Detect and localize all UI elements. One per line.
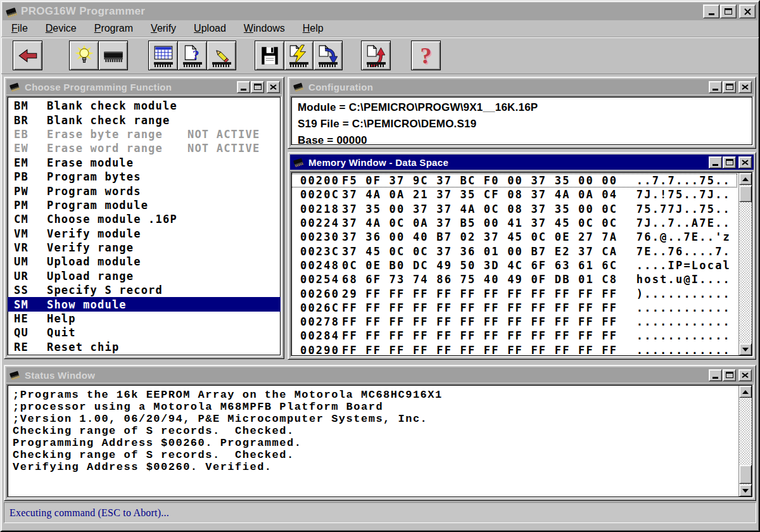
function-list-item[interactable]: BR Blank check range	[8, 113, 281, 127]
memory-row[interactable]: 0026C FF FF FF FF FF FF FF FF FF FF FF F…	[291, 301, 737, 315]
lightbulb-icon	[73, 44, 96, 67]
function-code: PB	[14, 170, 47, 183]
erase-module-button[interactable]	[206, 41, 236, 70]
memory-row[interactable]: 0020C 37 4A 0A 21 37 35 CF 08 37 4A 0A 0…	[291, 187, 737, 201]
menu-item[interactable]: Help	[301, 22, 325, 35]
scroll-up-button[interactable]	[739, 386, 752, 398]
memory-row[interactable]: 00230 37 36 00 40 B7 02 37 45 0C 0E 27 7…	[291, 230, 737, 244]
download-s19-button[interactable]	[313, 41, 343, 70]
maximize-button[interactable]	[723, 81, 736, 93]
maximize-button[interactable]	[723, 369, 736, 381]
show-module-button[interactable]	[148, 41, 178, 70]
function-list: BM Blank check module BR Blank check ran…	[6, 96, 282, 357]
function-code: EB	[14, 128, 47, 141]
status-window-title: Status Window	[25, 370, 95, 381]
menu-item[interactable]: Verify	[149, 22, 177, 35]
function-list-item[interactable]: SS Specify S record	[8, 283, 281, 297]
menu-item[interactable]: Upload	[193, 22, 227, 35]
menu-item[interactable]: Device	[44, 22, 78, 35]
function-list-item[interactable]: UR Upload range	[8, 269, 281, 283]
function-code: SS	[14, 284, 47, 296]
memory-row[interactable]: 0023C 37 45 0C 0C 37 36 01 00 B7 E2 37 C…	[291, 244, 737, 258]
memory-row[interactable]: 00218 37 35 00 37 37 4A 0C 08 37 35 00 0…	[291, 202, 737, 216]
function-label: Verify module	[47, 227, 141, 240]
memory-hex-bytes: F5 0F 37 9C 37 BC F0 00 37 35 00 00	[342, 174, 618, 187]
close-button[interactable]	[738, 81, 752, 93]
memory-window-controls	[709, 156, 752, 168]
function-list-item[interactable]: EM Erase module	[8, 156, 281, 170]
menu-item[interactable]: File	[10, 22, 29, 35]
verify-module-button[interactable]: ?	[177, 41, 207, 70]
maximize-button[interactable]	[723, 156, 736, 168]
function-window-title: Choose Programming Function	[25, 82, 172, 92]
maximize-button[interactable]	[720, 4, 737, 18]
memory-address: 00224	[300, 217, 339, 229]
function-list-item[interactable]: SM Show module	[8, 297, 281, 311]
choose-module-button[interactable]	[98, 41, 128, 70]
function-code: PW	[14, 185, 47, 198]
configuration-titlebar[interactable]: Configuration	[290, 79, 754, 94]
function-list-item[interactable]: PM Program module	[8, 198, 281, 212]
menu-item[interactable]: Program	[93, 22, 134, 35]
close-button[interactable]	[738, 369, 752, 381]
function-list-item[interactable]: RE Reset chip	[8, 340, 281, 354]
blank-check-button[interactable]	[69, 41, 99, 70]
status-window-controls	[709, 369, 752, 381]
function-label: Upload range	[47, 270, 134, 282]
memory-ascii: ............	[636, 315, 731, 328]
program-module-button[interactable]	[284, 41, 314, 70]
app-title: PROG16W Programmer	[21, 5, 145, 18]
menu-item[interactable]: Windows	[243, 22, 286, 35]
memory-row[interactable]: 00248 0C 0E B0 DC 49 50 3D 4C 6F 63 61 6…	[291, 258, 737, 272]
maximize-icon	[725, 8, 732, 15]
scroll-thumb[interactable]	[739, 186, 752, 202]
minimize-button[interactable]	[703, 4, 719, 18]
scroll-thumb[interactable]	[739, 465, 752, 484]
memory-row[interactable]: 00260 29 FF FF FF FF FF FF FF FF FF FF F…	[291, 286, 737, 300]
main-titlebar[interactable]: PROG16W Programmer	[3, 3, 757, 20]
minimize-button[interactable]	[709, 369, 722, 381]
specify-s19-button[interactable]	[255, 41, 284, 70]
memory-address: 00290	[300, 344, 339, 357]
minimize-button[interactable]	[709, 156, 722, 168]
maximize-button[interactable]	[251, 81, 264, 93]
status-vertical-scrollbar[interactable]	[738, 386, 752, 497]
status-window-titlebar[interactable]: Status Window	[6, 367, 754, 383]
function-list-item[interactable]: PW Program words	[8, 184, 281, 198]
function-list-item[interactable]: BM Blank check module	[8, 99, 281, 113]
minimize-button[interactable]	[709, 81, 722, 93]
function-list-item[interactable]: PB Program bytes	[8, 170, 281, 184]
memory-row[interactable]: 00290 FF FF FF FF FF FF FF FF FF FF FF F…	[291, 343, 737, 357]
memory-row[interactable]: 00224 37 4A 0C 0A 37 B5 00 41 37 45 0C 0…	[291, 216, 737, 230]
function-window-titlebar[interactable]: Choose Programming Function	[6, 79, 282, 94]
function-list-item[interactable]: UM Upload module	[8, 255, 281, 269]
scroll-up-button[interactable]	[739, 173, 752, 185]
memory-window-titlebar[interactable]: Memory Window - Data Space	[290, 155, 754, 170]
memory-row[interactable]: 00200 F5 0F 37 9C 37 BC F0 00 37 35 00 0…	[291, 174, 737, 187]
config-base-address: Base = 00000	[298, 132, 752, 146]
close-button[interactable]	[739, 4, 756, 18]
function-list-item[interactable]: VR Verify range	[8, 241, 281, 255]
function-list-item[interactable]: EW Erase word range NOT ACTIVE	[8, 141, 281, 155]
function-list-item[interactable]: HE Help	[8, 312, 281, 326]
memory-row[interactable]: 00254 68 6F 73 74 86 75 40 49 0F DB 01 C…	[291, 272, 737, 286]
dip-chip-icon	[102, 44, 125, 67]
memory-vertical-scrollbar[interactable]	[738, 173, 752, 355]
exit-button[interactable]	[13, 41, 42, 70]
memory-row[interactable]: 00278 FF FF FF FF FF FF FF FF FF FF FF F…	[291, 315, 737, 329]
function-list-item[interactable]: VM Verify module	[8, 227, 281, 241]
config-s19-path: S19 File = C:\PEMICRO\DEMO.S19	[298, 116, 752, 132]
help-button[interactable]: ?	[411, 41, 441, 70]
function-list-item[interactable]: EB Erase byte range NOT ACTIVE	[8, 127, 281, 141]
close-button[interactable]	[267, 81, 280, 93]
memory-row[interactable]: 00284 FF FF FF FF FF FF FF FF FF FF FF F…	[291, 329, 737, 343]
scroll-down-button[interactable]	[739, 343, 752, 355]
upload-module-button[interactable]	[361, 41, 391, 70]
memory-hex-bytes: FF FF FF FF FF FF FF FF FF FF FF FF	[342, 301, 618, 314]
minimize-button[interactable]	[237, 81, 250, 93]
function-list-item[interactable]: CM Choose module .16P	[8, 212, 281, 226]
scroll-down-button[interactable]	[739, 484, 752, 497]
status-log-area: ;Programs the 16k EEPROM Array on the Mo…	[6, 384, 754, 498]
function-list-item[interactable]: QU Quit	[8, 326, 281, 339]
close-button[interactable]	[738, 156, 752, 168]
